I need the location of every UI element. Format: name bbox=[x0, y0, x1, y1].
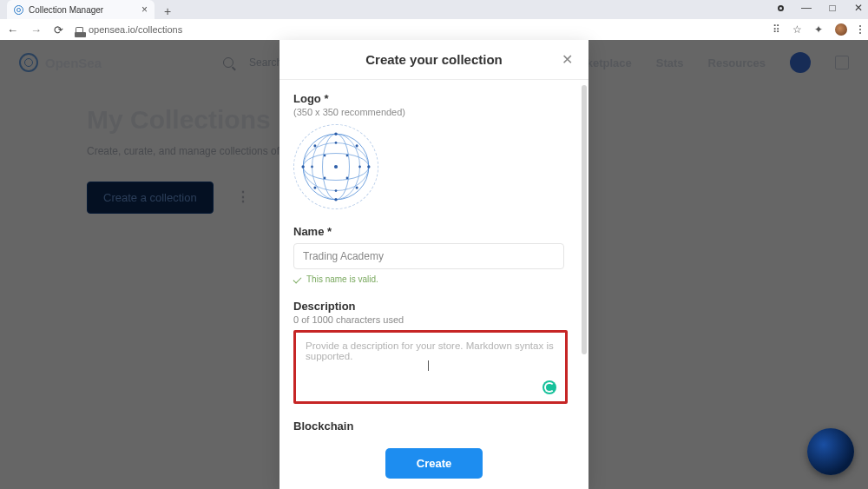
browser-chrome: Collection Manager × + — □ ✕ ← → ⟳ opens… bbox=[0, 0, 868, 40]
svg-point-5 bbox=[334, 132, 337, 135]
close-window-icon[interactable]: ✕ bbox=[852, 2, 865, 14]
page: OpenSea Search items Marketplace Stats R… bbox=[0, 40, 868, 489]
svg-point-17 bbox=[358, 166, 361, 169]
description-counter: 0 of 1000 characters used bbox=[293, 314, 575, 325]
svg-point-19 bbox=[346, 155, 349, 157]
name-label: Name * bbox=[293, 225, 575, 238]
logo-label: Logo * bbox=[293, 92, 575, 105]
name-input[interactable] bbox=[293, 243, 564, 269]
maximize-icon[interactable]: □ bbox=[826, 2, 838, 14]
tab-strip: Collection Manager × + — □ ✕ bbox=[0, 0, 868, 19]
svg-point-12 bbox=[313, 187, 316, 189]
svg-point-9 bbox=[334, 165, 338, 169]
svg-point-11 bbox=[356, 144, 358, 147]
reload-icon[interactable]: ⟳ bbox=[54, 23, 63, 36]
create-collection-modal: Create your collection ✕ Logo * (350 x 3… bbox=[279, 40, 589, 489]
new-tab-button[interactable]: + bbox=[160, 3, 175, 19]
url-text: opensea.io/collections bbox=[89, 24, 182, 35]
help-widget-icon[interactable] bbox=[807, 428, 854, 475]
menu-dots-icon[interactable] bbox=[859, 25, 861, 34]
blockchain-label: Blockchain bbox=[293, 420, 575, 433]
svg-point-10 bbox=[313, 144, 316, 147]
description-label: Description bbox=[293, 300, 575, 313]
back-icon[interactable]: ← bbox=[7, 23, 18, 36]
extensions-icon[interactable]: ✦ bbox=[814, 23, 823, 36]
globe-network-icon bbox=[299, 129, 373, 204]
tab-close-icon[interactable]: × bbox=[141, 3, 148, 16]
svg-point-15 bbox=[335, 189, 338, 192]
close-icon[interactable]: ✕ bbox=[562, 51, 573, 68]
svg-point-21 bbox=[346, 177, 349, 180]
scrollbar-thumb[interactable] bbox=[582, 85, 587, 354]
logo-upload[interactable] bbox=[293, 124, 378, 209]
svg-point-20 bbox=[324, 177, 326, 180]
create-button[interactable]: Create bbox=[385, 448, 483, 479]
tab-title: Collection Manager bbox=[29, 5, 103, 15]
modal-body: Logo * (350 x 350 recommended) bbox=[279, 80, 589, 437]
check-icon bbox=[293, 275, 302, 284]
name-valid-message: This name is valid. bbox=[293, 274, 575, 284]
forward-icon[interactable]: → bbox=[30, 23, 42, 36]
lock-icon bbox=[76, 27, 83, 35]
svg-point-8 bbox=[367, 165, 370, 168]
modal-header: Create your collection ✕ bbox=[279, 40, 589, 80]
blockchain-hint: Select the blockchain where you'd like n… bbox=[293, 434, 575, 437]
text-cursor-icon bbox=[428, 360, 429, 371]
logo-hint: (350 x 350 recommended) bbox=[293, 107, 575, 117]
svg-point-13 bbox=[356, 187, 358, 189]
record-icon bbox=[774, 2, 786, 14]
minimize-icon[interactable]: — bbox=[800, 2, 812, 14]
bookmark-icon[interactable]: ☆ bbox=[792, 23, 802, 36]
modal-title: Create your collection bbox=[365, 52, 503, 67]
description-highlight bbox=[293, 330, 568, 404]
valid-text: This name is valid. bbox=[306, 274, 378, 284]
svg-point-16 bbox=[311, 166, 313, 169]
browser-tab[interactable]: Collection Manager × bbox=[7, 0, 155, 19]
tab-favicon bbox=[14, 5, 23, 15]
window-controls: — □ ✕ bbox=[774, 2, 865, 14]
grammarly-icon[interactable] bbox=[542, 380, 556, 394]
svg-point-7 bbox=[301, 165, 304, 168]
modal-footer: Create bbox=[279, 437, 589, 489]
omnibox[interactable]: opensea.io/collections bbox=[76, 24, 760, 35]
svg-point-14 bbox=[335, 142, 338, 144]
svg-point-18 bbox=[324, 155, 326, 157]
address-bar: ← → ⟳ opensea.io/collections ⠿ ☆ ✦ bbox=[0, 19, 868, 40]
svg-point-6 bbox=[334, 198, 337, 201]
profile-avatar-icon[interactable] bbox=[835, 23, 847, 36]
description-textarea[interactable] bbox=[297, 334, 564, 398]
translate-icon[interactable]: ⠿ bbox=[773, 23, 780, 36]
